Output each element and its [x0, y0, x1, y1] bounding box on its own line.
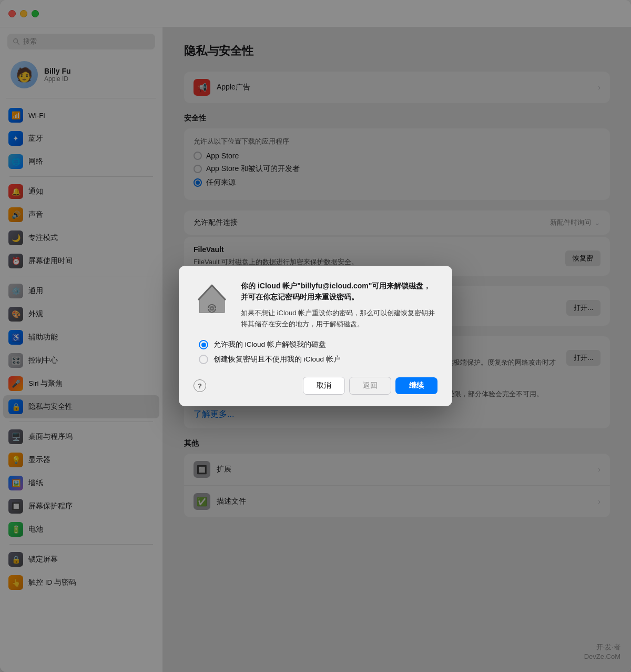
modal-subtext: 如果不想让 iCloud 帐户重设你的密码，那么可以创建恢复密钥并将其储存在安全… [241, 308, 437, 330]
modal-text-content: 你的 iCloud 帐户"billyfu@icloud.com"可用来解锁磁盘，… [241, 280, 437, 330]
modal-top: 你的 iCloud 帐户"billyfu@icloud.com"可用来解锁磁盘，… [194, 280, 437, 330]
svg-point-5 [211, 307, 213, 309]
modal-icon [194, 280, 230, 317]
continue-button[interactable]: 继续 [395, 377, 437, 394]
modal-radio-icloud [199, 340, 208, 349]
modal-radio-recovery [199, 355, 208, 364]
modal-overlay: 你的 iCloud 帐户"billyfu@icloud.com"可用来解锁磁盘，… [0, 0, 631, 672]
modal-dialog: 你的 iCloud 帐户"billyfu@icloud.com"可用来解锁磁盘，… [179, 266, 452, 407]
modal-radio-icloud-dot [201, 343, 206, 347]
modal-buttons: ? 取消 返回 继续 [194, 377, 437, 395]
modal-heading: 你的 iCloud 帐户"billyfu@icloud.com"可用来解锁磁盘，… [241, 280, 437, 303]
modal-option-recovery-label: 创建恢复密钥且不使用我的 iCloud 帐户 [213, 355, 341, 364]
filevault-house-icon [195, 282, 229, 316]
modal-option-icloud-label: 允许我的 iCloud 帐户解锁我的磁盘 [213, 340, 326, 349]
modal-options: 允许我的 iCloud 帐户解锁我的磁盘 创建恢复密钥且不使用我的 iCloud… [194, 340, 437, 364]
watermark: 开·发·者 DevZe.CoM [584, 643, 620, 661]
watermark-line1: 开·发·者 [584, 643, 620, 652]
watermark-line2: DevZe.CoM [584, 652, 620, 661]
help-button[interactable]: ? [194, 379, 206, 392]
back-button[interactable]: 返回 [349, 377, 391, 395]
cancel-button[interactable]: 取消 [303, 377, 345, 395]
modal-option-icloud[interactable]: 允许我的 iCloud 帐户解锁我的磁盘 [199, 340, 437, 349]
modal-option-recovery[interactable]: 创建恢复密钥且不使用我的 iCloud 帐户 [199, 355, 437, 364]
